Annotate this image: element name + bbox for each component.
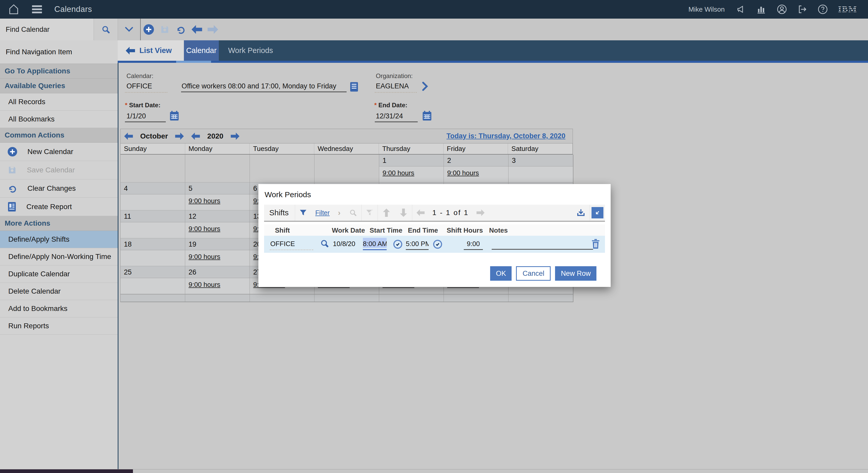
clear-changes-button[interactable] <box>173 19 189 40</box>
filter-link[interactable]: Filter <box>311 209 334 216</box>
sidebar-item-define-apply-non-working-time[interactable]: Define/Apply Non-Working Time <box>0 248 118 265</box>
weekday-header-saturday: Saturday <box>508 143 572 154</box>
previous-year-arrow-icon[interactable] <box>191 133 200 140</box>
notes-input[interactable] <box>492 249 593 250</box>
profile-icon[interactable] <box>776 4 787 15</box>
today-link[interactable]: Today is: Thursday, October 8, 2020 <box>446 132 572 140</box>
calendar-day-cell-5[interactable]: 59:00 hours <box>185 182 250 210</box>
column-header-notes[interactable]: Notes <box>489 227 508 234</box>
calendar-day-cell-11[interactable]: 11 <box>121 210 185 238</box>
sidebar-section-header[interactable]: Common Actions <box>0 128 118 143</box>
user-name[interactable]: Mike Wilson <box>688 5 725 13</box>
weekday-header-sunday: Sunday <box>121 143 185 154</box>
new-row-button[interactable]: New Row <box>555 266 596 281</box>
column-header-shift-hours[interactable]: Shift Hours <box>447 227 483 234</box>
end-time-input[interactable]: 5:00 PM <box>406 238 429 250</box>
calendar-stub-cell <box>250 294 314 302</box>
end-date-calendar-icon[interactable] <box>422 111 432 121</box>
horizontal-scrollbar-thumb[interactable] <box>0 469 133 473</box>
find-search-button[interactable] <box>94 19 118 40</box>
day-hours-area: 9:00 hours <box>444 166 508 182</box>
sidebar-item-define-apply-shifts[interactable]: Define/Apply Shifts <box>0 231 118 248</box>
announcements-icon[interactable] <box>736 4 746 14</box>
tab-work-periods[interactable]: Work Periods <box>219 40 868 61</box>
day-hours-area: 9:00 hours <box>185 222 250 238</box>
sidebar-item-all-records[interactable]: All Records <box>0 93 118 111</box>
organization-detail-chevron-icon[interactable] <box>422 82 428 91</box>
sidebar-section-header[interactable]: More Actions <box>0 216 118 231</box>
start-time-input[interactable]: 8:00 AM <box>363 238 387 250</box>
work-date-cell-value[interactable]: 10/8/20 <box>333 240 355 248</box>
column-header-work-date[interactable]: Work Date <box>332 227 365 234</box>
column-header-shift[interactable]: Shift <box>275 227 290 234</box>
reports-chart-icon[interactable] <box>756 4 767 14</box>
sidebar-item-duplicate-calendar[interactable]: Duplicate Calendar <box>0 265 118 283</box>
shift-table-row[interactable]: OFFICE 10/8/20 8:00 AM 5:00 PM 9:00 <box>264 236 605 253</box>
day-hours-link[interactable]: 9:00 hours <box>447 169 479 177</box>
sidebar-item-run-reports[interactable]: Run Reports <box>0 317 118 335</box>
sidebar-item-create-report[interactable]: Create Report <box>0 198 118 216</box>
ibm-logo: IBM <box>838 4 857 14</box>
collapse-window-icon[interactable] <box>591 207 603 218</box>
shift-hours-input[interactable]: 9:00 <box>464 238 483 250</box>
sidebar-section-header[interactable]: Available Queries <box>0 78 118 93</box>
calendar-day-cell-25[interactable]: 25 <box>121 266 185 294</box>
home-icon[interactable] <box>8 3 20 15</box>
new-record-button[interactable] <box>141 19 157 40</box>
calendar-day-cell-19[interactable]: 199:00 hours <box>185 238 250 266</box>
app-header: Calendars Mike Wilson IBM <box>0 0 868 19</box>
sidebar-item-new-calendar[interactable]: New Calendar <box>0 143 118 161</box>
sidebar-item-clear-changes[interactable]: Clear Changes <box>0 179 118 198</box>
next-year-arrow-icon[interactable] <box>231 133 240 140</box>
long-description-icon[interactable] <box>350 82 359 92</box>
column-header-end-time[interactable]: End Time <box>408 227 438 234</box>
start-date-calendar-icon[interactable] <box>169 111 179 121</box>
horizontal-scrollbar[interactable] <box>0 469 868 473</box>
report-icon <box>7 202 17 212</box>
calendar-day-cell-1[interactable]: 19:00 hours <box>379 155 444 182</box>
download-icon[interactable] <box>572 208 590 217</box>
sidebar-item-all-bookmarks[interactable]: All Bookmarks <box>0 111 118 128</box>
logout-icon[interactable] <box>797 4 807 14</box>
day-hours-link[interactable]: 9:00 hours <box>189 197 220 205</box>
calendar-day-cell-18[interactable]: 18 <box>121 238 185 266</box>
filter-icon[interactable] <box>295 209 311 216</box>
find-record-input[interactable]: Find Calendar <box>0 19 94 40</box>
tab-calendar[interactable]: Calendar <box>184 40 219 61</box>
previous-month-arrow-icon[interactable] <box>124 133 133 140</box>
calendar-day-cell-2[interactable]: 29:00 hours <box>444 155 508 182</box>
day-hours-link[interactable]: 9:00 hours <box>189 253 220 261</box>
sidebar-section-header[interactable]: Go To Applications <box>0 64 118 78</box>
sidebar-item-delete-calendar[interactable]: Delete Calendar <box>0 283 118 300</box>
previous-record-button[interactable] <box>189 19 205 40</box>
day-hours-link[interactable]: 9:00 hours <box>382 169 414 177</box>
calendar-day-cell-3[interactable]: 3 <box>508 155 573 182</box>
day-hours-link[interactable]: 9:00 hours <box>189 225 220 233</box>
find-navigation-input[interactable]: Find Navigation Item <box>0 40 118 64</box>
ok-button[interactable]: OK <box>490 266 512 281</box>
day-hours-link[interactable]: 9:00 hours <box>189 281 220 289</box>
calendar-day-cell-4[interactable]: 4 <box>121 182 185 210</box>
day-number: 19 <box>185 238 250 250</box>
shift-lookup-magnifier-icon[interactable] <box>320 239 329 248</box>
tab-list-view[interactable]: List View <box>118 40 184 61</box>
weekday-header-wednesday: Wednesday <box>314 143 379 154</box>
day-number: 4 <box>121 182 185 194</box>
calendar-day-cell-26[interactable]: 269:00 hours <box>185 266 250 294</box>
delete-row-trash-icon[interactable] <box>591 239 600 249</box>
sidebar-item-add-to-bookmarks[interactable]: Add to Bookmarks <box>0 300 118 317</box>
shift-cell-value[interactable]: OFFICE <box>270 240 295 248</box>
calendar-day-cell-12[interactable]: 129:00 hours <box>185 210 250 238</box>
column-header-start-time[interactable]: Start Time <box>370 227 402 234</box>
shift-cell-underline <box>270 249 313 250</box>
help-icon[interactable] <box>817 4 828 15</box>
menu-icon[interactable] <box>31 4 43 14</box>
end-time-clock-icon[interactable] <box>433 239 442 249</box>
start-time-clock-icon[interactable] <box>393 239 403 249</box>
next-month-arrow-icon[interactable] <box>175 133 184 140</box>
find-options-chevron[interactable] <box>118 19 140 40</box>
sidebar-item-label: All Bookmarks <box>8 115 55 123</box>
cancel-button[interactable]: Cancel <box>516 266 551 281</box>
filter-expand-chevron-icon[interactable]: › <box>334 208 345 217</box>
sidebar-item-label: Clear Changes <box>27 184 76 193</box>
